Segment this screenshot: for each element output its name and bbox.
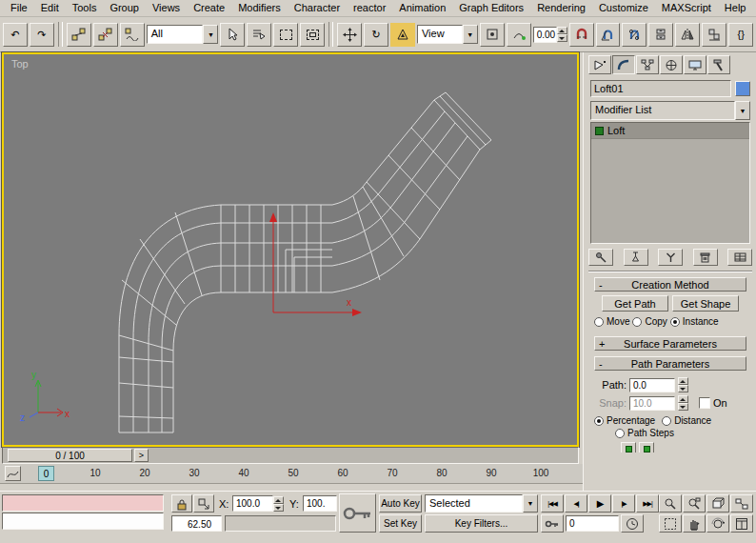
stack-item-loft[interactable]: Loft bbox=[591, 123, 749, 139]
show-end-result-button[interactable] bbox=[624, 249, 648, 266]
menu-modifiers[interactable]: Modifiers bbox=[231, 0, 288, 16]
snap-value-field[interactable]: 10.0 bbox=[629, 396, 675, 411]
chevron-down-icon[interactable]: ▼ bbox=[735, 101, 750, 120]
maxscript-listener-line[interactable] bbox=[2, 513, 164, 530]
modifier-list-dropdown[interactable]: Modifier List ▼ bbox=[590, 101, 750, 120]
maxscript-listener-button[interactable]: {} bbox=[728, 23, 753, 47]
select-and-rotate-button[interactable]: ↻ bbox=[364, 23, 388, 47]
tab-utilities[interactable] bbox=[707, 55, 730, 74]
chevron-down-icon[interactable]: ▼ bbox=[203, 25, 218, 44]
auto-key-button[interactable]: Auto Key bbox=[379, 494, 422, 513]
snap-spinner[interactable] bbox=[678, 395, 688, 411]
align-button[interactable] bbox=[702, 23, 726, 47]
spinner-arrows[interactable] bbox=[557, 27, 567, 42]
pan-button[interactable] bbox=[683, 514, 706, 533]
chevron-down-icon[interactable]: ▼ bbox=[523, 494, 538, 513]
snap-value-spinner[interactable]: 0.00 bbox=[533, 27, 567, 43]
menu-edit[interactable]: Edit bbox=[34, 0, 66, 16]
set-key-button[interactable]: Set Key bbox=[379, 514, 422, 533]
radio-distance[interactable] bbox=[662, 416, 671, 426]
tab-display[interactable] bbox=[684, 55, 706, 74]
time-slider-handle[interactable]: 0 / 100 bbox=[8, 449, 132, 462]
menu-graph-editors[interactable]: Graph Editors bbox=[452, 0, 530, 16]
bind-to-space-warp-button[interactable] bbox=[120, 23, 145, 47]
snaps-toggle-button[interactable] bbox=[569, 23, 594, 47]
remove-modifier-button[interactable] bbox=[693, 249, 718, 266]
rectangular-selection-region-button[interactable] bbox=[273, 23, 298, 47]
go-to-start-button[interactable]: |◀◀ bbox=[541, 494, 564, 513]
min-max-toggle-button[interactable] bbox=[730, 514, 753, 533]
chevron-down-icon[interactable]: ▼ bbox=[463, 25, 478, 44]
path-value-field[interactable]: 0.0 bbox=[629, 378, 675, 392]
zoom-extents-button[interactable] bbox=[706, 494, 729, 513]
reference-coordinate-dropdown[interactable]: View ▼ bbox=[417, 25, 478, 44]
menu-customize[interactable]: Customize bbox=[592, 0, 655, 16]
select-and-scale-button[interactable] bbox=[390, 23, 415, 47]
tab-hierarchy[interactable] bbox=[636, 55, 659, 74]
spinner-snap-button[interactable] bbox=[648, 23, 673, 47]
mini-curve-editor-button[interactable] bbox=[5, 466, 21, 481]
unlink-selection-button[interactable] bbox=[93, 23, 118, 47]
zoom-region-button[interactable] bbox=[659, 514, 682, 533]
select-object-button[interactable] bbox=[220, 23, 245, 47]
time-slider[interactable]: 0 / 100 > bbox=[2, 447, 579, 464]
y-coordinate-field[interactable]: 100. bbox=[303, 495, 337, 512]
path-spinner[interactable] bbox=[678, 377, 688, 392]
menu-maxscript[interactable]: MAXScript bbox=[655, 0, 718, 16]
modifier-stack[interactable]: Loft bbox=[590, 122, 750, 244]
rollout-creation-method[interactable]: - Creation Method bbox=[594, 277, 746, 292]
radio-path-steps[interactable] bbox=[615, 429, 625, 438]
next-frame-button[interactable]: |▶ bbox=[612, 494, 635, 513]
x-coordinate-field[interactable]: 100.0 bbox=[232, 495, 284, 512]
menu-file[interactable]: File bbox=[4, 0, 34, 16]
menu-group[interactable]: Group bbox=[103, 0, 146, 16]
go-to-end-button[interactable]: ▶▶| bbox=[636, 494, 659, 513]
radio-copy[interactable] bbox=[632, 317, 642, 327]
menu-reactor[interactable]: reactor bbox=[347, 0, 392, 16]
tab-modify[interactable] bbox=[612, 55, 635, 74]
pin-stack-button[interactable] bbox=[588, 249, 613, 266]
rollout-surface-parameters[interactable]: + Surface Parameters bbox=[594, 336, 746, 351]
selection-set-dropdown[interactable]: Selected ▼ bbox=[425, 494, 538, 513]
tab-motion[interactable] bbox=[660, 55, 683, 74]
radio-move[interactable] bbox=[594, 317, 604, 327]
selection-lock-button[interactable] bbox=[171, 494, 192, 513]
previous-frame-button[interactable]: ◀| bbox=[565, 494, 587, 513]
angle-snap-button[interactable] bbox=[596, 23, 621, 47]
menu-animation[interactable]: Animation bbox=[392, 0, 452, 16]
snap-on-checkbox[interactable] bbox=[699, 397, 710, 409]
radio-instance[interactable] bbox=[670, 317, 680, 327]
pick-shape-button-2[interactable] bbox=[639, 442, 654, 452]
tab-create[interactable] bbox=[588, 55, 611, 74]
key-filters-button[interactable]: Key Filters... bbox=[425, 514, 538, 533]
select-and-manipulate-button[interactable] bbox=[507, 23, 531, 47]
set-key-mode-button[interactable] bbox=[339, 493, 376, 533]
mirror-button[interactable] bbox=[675, 23, 700, 47]
select-and-move-button[interactable] bbox=[337, 23, 362, 47]
track-bar[interactable]: 0 10 20 30 40 50 60 70 80 90 100 bbox=[0, 464, 583, 484]
pick-shape-button[interactable] bbox=[621, 442, 636, 452]
get-shape-button[interactable]: Get Shape bbox=[672, 295, 739, 312]
window-crossing-toggle-button[interactable] bbox=[300, 23, 325, 47]
redo-button[interactable]: ↷ bbox=[30, 23, 54, 47]
current-frame-field[interactable]: 0 bbox=[566, 515, 619, 532]
viewport-top[interactable]: Top x y x z bbox=[2, 52, 579, 447]
arc-rotate-button[interactable] bbox=[706, 514, 729, 533]
current-frame-marker[interactable]: 0 bbox=[38, 466, 54, 481]
absolute-offset-toggle[interactable] bbox=[193, 494, 214, 513]
configure-modifier-sets-button[interactable] bbox=[727, 249, 752, 266]
menu-tools[interactable]: Tools bbox=[66, 0, 104, 16]
radio-percentage[interactable] bbox=[594, 416, 604, 426]
status-value-field[interactable]: 62.50 bbox=[171, 515, 222, 532]
use-pivot-point-button[interactable] bbox=[480, 23, 505, 47]
rollout-path-parameters[interactable]: - Path Parameters bbox=[594, 356, 746, 371]
menu-help[interactable]: Help bbox=[718, 0, 753, 16]
select-and-link-button[interactable] bbox=[67, 23, 91, 47]
menu-rendering[interactable]: Rendering bbox=[530, 0, 592, 16]
x-spinner[interactable] bbox=[273, 496, 284, 512]
zoom-extents-all-button[interactable] bbox=[730, 494, 753, 513]
maxscript-macro-recorder-line[interactable] bbox=[2, 494, 164, 512]
play-button[interactable]: ▶ bbox=[588, 494, 611, 513]
percent-snap-button[interactable] bbox=[622, 23, 647, 47]
time-slider-next-button[interactable]: > bbox=[134, 449, 149, 462]
